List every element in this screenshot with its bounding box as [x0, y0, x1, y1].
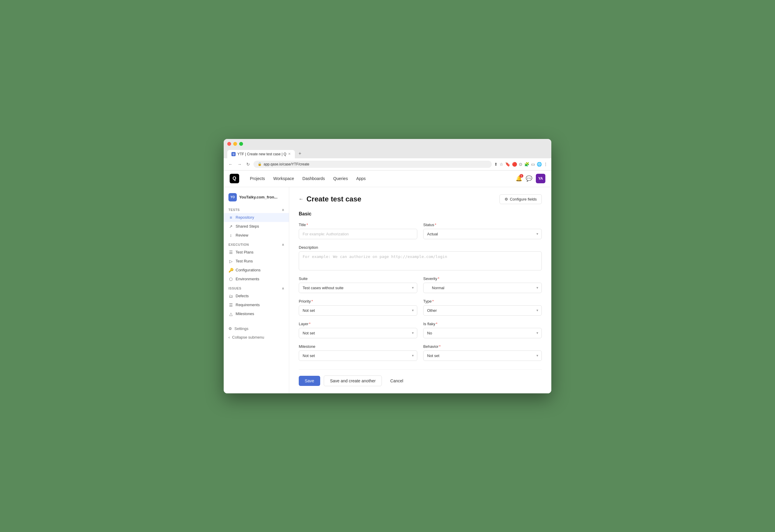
share-icon[interactable]: ⬆ [494, 162, 498, 167]
status-select[interactable]: Actual [423, 229, 542, 239]
notifications-button[interactable]: 🔔 5 [515, 175, 522, 182]
nav-dashboards[interactable]: Dashboards [299, 174, 329, 183]
nav-links: Projects Workspace Dashboards Queries Ap… [246, 174, 369, 183]
configure-fields-icon: ⚙ [504, 197, 508, 201]
refresh-button[interactable]: ↻ [245, 161, 251, 167]
sidebar-item-shared-steps-label: Shared Steps [236, 224, 259, 229]
sidebar-item-milestones[interactable]: △ Milestones [224, 309, 289, 318]
environments-icon: ⬡ [229, 277, 233, 281]
execution-section-label: EXECUTION ∧ [224, 240, 289, 248]
tab-close-button[interactable]: ✕ [288, 152, 291, 156]
sidebar-item-defects[interactable]: 🗂 Defects [224, 292, 289, 301]
flaky-select-wrapper: No [423, 328, 542, 338]
type-select[interactable]: Other [423, 305, 542, 316]
flaky-select[interactable]: No [423, 328, 542, 338]
sidebar-item-configurations-label: Configurations [236, 268, 261, 272]
milestone-select[interactable]: Not set [299, 351, 417, 361]
milestone-label: Milestone [299, 344, 417, 349]
sidebar-item-requirements[interactable]: ☰ Requirements [224, 301, 289, 309]
new-tab-button[interactable]: + [296, 149, 304, 158]
review-icon: ↕ [229, 233, 233, 238]
suite-field-group: Suite Test cases without suite [299, 276, 417, 293]
sidebar-item-test-runs[interactable]: ▷ Test Runs [224, 257, 289, 266]
behavior-field-group: Behavior* Not set [423, 344, 542, 361]
repository-icon: ≡ [229, 215, 233, 220]
configure-fields-button[interactable]: ⚙ Configure fields [499, 194, 542, 204]
cancel-button[interactable]: Cancel [385, 376, 408, 386]
url-field[interactable]: 🔒 app.qase.io/case/YTF/create [254, 161, 492, 168]
save-button[interactable]: Save [299, 376, 320, 386]
nav-workspace[interactable]: Workspace [270, 174, 298, 183]
behavior-select-wrapper: Not set [423, 351, 542, 361]
nav-queries[interactable]: Queries [330, 174, 351, 183]
content-area: ← Create test case ⚙ Configure fields Ba… [289, 187, 551, 393]
page-title: Create test case [307, 195, 361, 203]
bookmark-icon[interactable]: ☆ [499, 162, 503, 167]
type-field-group: Type* Other [423, 299, 542, 316]
sidebar-item-review[interactable]: ↕ Review [224, 231, 289, 240]
configurations-icon: 🔑 [229, 268, 233, 273]
browser-actions: ⬆ ☆ 🔖 🔴 ⊙ 🧩 ▭ 🌐 ⋮ [494, 162, 548, 167]
forward-nav-button[interactable]: → [236, 161, 243, 167]
sidebar-item-configurations[interactable]: 🔑 Configurations [224, 266, 289, 275]
form-actions: Save Save and create another Cancel [299, 369, 542, 386]
type-label: Type* [423, 299, 542, 303]
sidebar-item-environments-label: Environments [236, 277, 259, 281]
severity-required: * [438, 276, 439, 281]
extension-icon-2[interactable]: 🔴 [512, 162, 517, 167]
browser-tab[interactable]: Q YTF | Create new test case | Q ✕ [227, 150, 295, 158]
priority-select[interactable]: Not set [299, 305, 417, 316]
description-input[interactable] [299, 251, 542, 270]
layer-select[interactable]: Not set [299, 328, 417, 338]
severity-select[interactable]: Normal [423, 283, 542, 293]
back-nav-button[interactable]: ← [227, 161, 234, 167]
nav-apps[interactable]: Apps [353, 174, 369, 183]
shared-steps-icon: ↗ [229, 224, 233, 229]
sidebar-item-repository-label: Repository [236, 215, 254, 220]
save-and-create-button[interactable]: Save and create another [324, 375, 382, 386]
suite-select-wrapper: Test cases without suite [299, 283, 417, 293]
extension-icon-5[interactable]: ▭ [531, 162, 535, 167]
title-status-row: Title* Status* Actual [299, 223, 542, 239]
behavior-select[interactable]: Not set [423, 351, 542, 361]
sidebar-item-environments[interactable]: ⬡ Environments [224, 275, 289, 284]
chat-icon[interactable]: 💬 [526, 175, 532, 182]
extension-icon-6[interactable]: 🌐 [537, 162, 542, 167]
back-button[interactable]: ← [299, 196, 304, 202]
logo[interactable]: Q [230, 174, 239, 183]
url-text: app.qase.io/case/YTF/create [264, 162, 309, 166]
collapse-label: Collapse submenu [232, 335, 264, 339]
notification-badge: 5 [519, 174, 523, 178]
title-input[interactable] [299, 229, 417, 239]
extension-icon-3[interactable]: ⊙ [519, 162, 522, 167]
execution-collapse-icon[interactable]: ∧ [282, 243, 285, 247]
sidebar-item-test-plans[interactable]: ☰ Test Plans [224, 248, 289, 257]
basic-section-title: Basic [299, 211, 542, 217]
status-select-wrapper: Actual [423, 229, 542, 239]
milestone-field-group: Milestone Not set [299, 344, 417, 361]
behavior-required: * [439, 344, 440, 349]
tests-collapse-icon[interactable]: ∧ [282, 208, 285, 212]
extension-icon-4[interactable]: 🧩 [524, 162, 529, 167]
suite-severity-row: Suite Test cases without suite Severity* [299, 276, 542, 293]
user-avatar[interactable]: YA [536, 174, 545, 183]
collapse-icon: ‹ [229, 335, 230, 339]
traffic-light-yellow[interactable] [233, 142, 237, 146]
priority-type-row: Priority* Not set Type* [299, 299, 542, 316]
extension-icon-1[interactable]: 🔖 [505, 162, 510, 167]
settings-label: Settings [235, 326, 249, 331]
traffic-light-red[interactable] [227, 142, 231, 146]
description-field-group: Description [299, 245, 542, 270]
sidebar-item-shared-steps[interactable]: ↗ Shared Steps [224, 222, 289, 231]
sidebar-item-repository[interactable]: ≡ Repository [224, 213, 289, 222]
traffic-light-green[interactable] [239, 142, 243, 146]
sidebar-item-test-plans-label: Test Plans [236, 250, 254, 254]
settings-link[interactable]: ⚙ Settings [224, 324, 289, 333]
collapse-submenu-button[interactable]: ‹ Collapse submenu [224, 333, 289, 342]
status-label: Status* [423, 223, 542, 227]
suite-select[interactable]: Test cases without suite [299, 283, 417, 293]
issues-collapse-icon[interactable]: ∧ [282, 287, 285, 290]
nav-projects[interactable]: Projects [246, 174, 269, 183]
top-nav: Q Projects Workspace Dashboards Queries … [224, 170, 551, 187]
menu-icon[interactable]: ⋮ [543, 162, 548, 167]
